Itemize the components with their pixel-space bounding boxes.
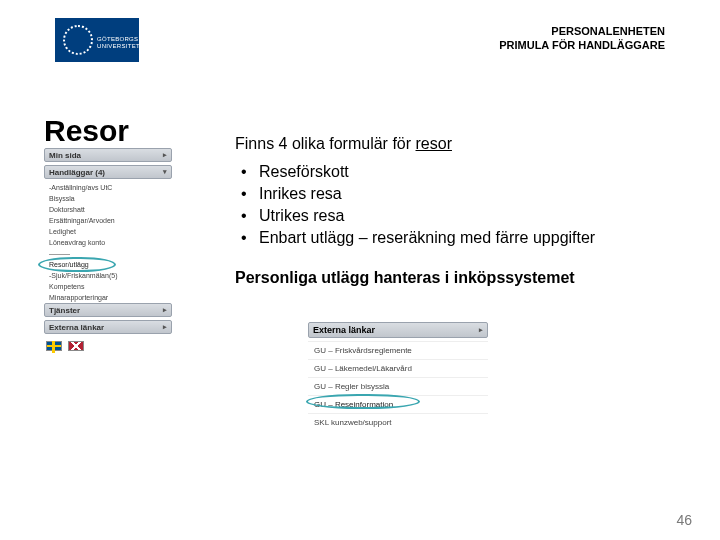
menu-item: Doktorshatt (44, 204, 172, 215)
external-links-panel: Externa länkar ▸ GU – Friskvårdsreglemen… (308, 322, 488, 431)
menu-item-highlighted: Resor/utlägg (44, 259, 172, 270)
external-link-item-highlighted: GU – Reseinformation (308, 395, 488, 413)
external-link-item: SKL kunzweb/support (308, 413, 488, 431)
note-line: Personliga utlägg hanteras i inköpssyste… (235, 268, 675, 288)
bullet-list: Reseförskott Inrikes resa Utrikes resa E… (235, 162, 675, 248)
flag-uk-icon (68, 341, 84, 351)
chevron-right-icon: ▸ (163, 306, 167, 314)
menu-header-externa: Externa länkar ▸ (44, 320, 172, 334)
header-org: PERSONALENHETEN PRIMULA FÖR HANDLÄGGARE (499, 24, 665, 52)
chevron-down-icon: ▾ (163, 168, 167, 176)
external-link-item: GU – Läkemedel/Läkarvård (308, 359, 488, 377)
menu-item: Ersättningar/Arvoden (44, 215, 172, 226)
logo-seal-icon (63, 25, 93, 55)
menu-item: ——— (44, 248, 172, 259)
page-number: 46 (676, 512, 692, 528)
list-item: Inrikes resa (235, 184, 675, 204)
subheading: Finns 4 olika formulär för resor (235, 134, 675, 154)
menu-item: Kompetens (44, 281, 172, 292)
list-item: Utrikes resa (235, 206, 675, 226)
chevron-right-icon: ▸ (479, 326, 483, 334)
logo-text: GÖTEBORGS UNIVERSITET (97, 36, 140, 50)
university-logo: GÖTEBORGS UNIVERSITET (55, 18, 139, 62)
list-item: Enbart utlägg – reseräkning med färre up… (235, 228, 675, 248)
menu-item: -Sjuk/Friskanmälan(5) (44, 270, 172, 281)
flag-sweden-icon (46, 341, 62, 351)
external-link-item: GU – Regler bisyssla (308, 377, 488, 395)
chevron-right-icon: ▸ (163, 323, 167, 331)
header-dept: PERSONALENHETEN (499, 24, 665, 38)
menu-header-min-sida: Min sida ▸ (44, 148, 172, 162)
menu-header-handlaggar: Handläggar (4) ▾ (44, 165, 172, 179)
menu-header-tjanster: Tjänster ▸ (44, 303, 172, 317)
body: Finns 4 olika formulär för resor Reseför… (235, 134, 675, 288)
menu-item: Minarapporteringar (44, 292, 172, 303)
external-links-header: Externa länkar ▸ (308, 322, 488, 338)
list-item: Reseförskott (235, 162, 675, 182)
menu-item: Bisyssla (44, 193, 172, 204)
menu-item: Löneavdrag konto (44, 237, 172, 248)
header-subtitle: PRIMULA FÖR HANDLÄGGARE (499, 38, 665, 52)
left-nav-screenshot: Min sida ▸ Handläggar (4) ▾ -Anställning… (44, 148, 172, 351)
slide-title: Resor (44, 114, 129, 148)
language-flags (44, 337, 172, 351)
menu-item: -Anställning/avs UtC (44, 182, 172, 193)
menu-item: Ledighet (44, 226, 172, 237)
chevron-right-icon: ▸ (163, 151, 167, 159)
external-link-item: GU – Friskvårdsreglemente (308, 341, 488, 359)
